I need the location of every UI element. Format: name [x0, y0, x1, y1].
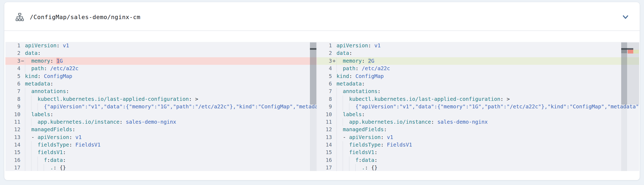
code-token: {"apiVersion":"v1","data":{"memory":"1G"… — [355, 104, 639, 110]
code-content[interactable]: metadata: — [25, 80, 317, 88]
code-content[interactable]: app.kubernetes.io/instance: sales-demo-n… — [336, 118, 639, 126]
code-content[interactable]: apiVersion: v1 — [336, 42, 639, 49]
modified-code-line-14[interactable]: 14 fieldsType: FieldsV1 — [317, 141, 639, 149]
code-content[interactable]: fieldsType: FieldsV1 — [25, 141, 317, 149]
resource-header[interactable]: /ConfigMap/sales-demo/nginx-cm — [4, 2, 640, 31]
modified-code-line-2[interactable]: 2data: — [317, 49, 639, 57]
code-token: apiVersion — [38, 134, 69, 140]
code-token: : — [63, 157, 66, 163]
code-content[interactable]: - apiVersion: v1 — [25, 134, 317, 141]
code-token: f — [355, 157, 358, 163]
code-content[interactable]: labels: — [336, 111, 639, 118]
indent-guide — [343, 141, 343, 149]
modified-code-line-1[interactable]: 1apiVersion: v1 — [317, 42, 639, 49]
original-code-line-3[interactable]: 3− memory: 1G — [5, 57, 317, 65]
code-content[interactable]: fieldsType: FieldsV1 — [336, 141, 639, 149]
original-code-line-11[interactable]: 11 app.kubernetes.io/instance: sales-dem… — [5, 118, 317, 126]
line-number: 13 — [317, 134, 332, 141]
code-content[interactable]: f:data: — [25, 156, 317, 164]
original-code-line-6[interactable]: 6metadata: — [5, 80, 317, 88]
code-token: managedFields — [31, 126, 72, 133]
indent-guide — [25, 134, 25, 141]
code-content[interactable]: annotations: — [25, 88, 317, 95]
code-content[interactable]: memory: 2G — [336, 57, 639, 65]
original-code-line-4[interactable]: 4 path: /etc/a22c — [5, 65, 317, 72]
line-sign-spacer — [332, 156, 336, 164]
modified-code-line-7[interactable]: 7 annotations: — [317, 88, 639, 95]
code-content[interactable]: app.kubernetes.io/instance: sales-demo-n… — [25, 118, 317, 126]
line-sign-spacer — [332, 111, 336, 118]
original-code-line-14[interactable]: 14 fieldsType: FieldsV1 — [5, 141, 317, 149]
original-code-line-15[interactable]: 15 fieldsV1: — [5, 149, 317, 156]
modified-scrollbar — [621, 42, 627, 171]
original-code-line-7[interactable]: 7 annotations: — [5, 88, 317, 95]
code-content[interactable]: kind: ConfigMap — [336, 73, 639, 80]
original-scrollbar — [310, 42, 316, 171]
modified-code-line-10[interactable]: 10 labels: — [317, 111, 639, 118]
code-content[interactable]: fieldsV1: — [25, 149, 317, 156]
code-content[interactable]: data: — [25, 49, 317, 57]
indent-guide — [336, 57, 337, 65]
original-code-line-13[interactable]: 13 - apiVersion: v1 — [5, 134, 317, 141]
original-code-line-9[interactable]: 9 {"apiVersion":"v1","data":{"memory":"1… — [5, 103, 317, 111]
original-code-line-16[interactable]: 16 f:data: — [5, 156, 317, 164]
code-content[interactable]: - apiVersion: v1 — [336, 134, 639, 141]
original-code-line-5[interactable]: 5kind: ConfigMap — [5, 73, 317, 80]
modified-code-line-17[interactable]: 17 .: {} — [317, 164, 639, 171]
code-content[interactable]: labels: — [25, 111, 317, 118]
modified-code-line-9[interactable]: 9 {"apiVersion":"v1","data":{"memory":"1… — [317, 103, 639, 111]
modified-editor-pane[interactable]: 1apiVersion: v12data:3+ memory: 2G4 path… — [317, 42, 639, 171]
indent-guide — [31, 118, 31, 126]
code-content[interactable]: kind: ConfigMap — [25, 73, 317, 80]
line-sign-spacer — [332, 80, 336, 88]
line-number: 9 — [5, 103, 20, 111]
code-content[interactable]: managedFields: — [336, 126, 639, 133]
modified-code-line-4[interactable]: 4 path: /etc/a22c — [317, 65, 639, 72]
modified-code-line-3[interactable]: 3+ memory: 2G — [317, 57, 639, 65]
code-token: fieldsV1 — [349, 149, 374, 155]
code-content[interactable]: metadata: — [336, 80, 639, 88]
line-sign-spacer — [20, 149, 25, 156]
code-content[interactable]: data: — [336, 49, 639, 57]
original-code-line-1[interactable]: 1apiVersion: v1 — [5, 42, 317, 49]
original-code-line-8[interactable]: 8 kubectl.kubernetes.io/last-applied-con… — [5, 95, 317, 103]
code-content[interactable]: managedFields: — [25, 126, 317, 133]
code-content[interactable]: {"apiVersion":"v1","data":{"memory":"1G"… — [25, 103, 317, 111]
chevron-down-icon — [621, 14, 630, 20]
code-content[interactable]: kubectl.kubernetes.io/last-applied-confi… — [336, 95, 639, 103]
modified-code-line-12[interactable]: 12 managedFields: — [317, 126, 639, 133]
modified-code-line-15[interactable]: 15 fieldsV1: — [317, 149, 639, 156]
indent-guide — [31, 141, 31, 149]
original-scrollbar-thumb[interactable] — [310, 42, 316, 105]
code-content[interactable]: memory: 1G — [25, 57, 317, 65]
modified-code-line-5[interactable]: 5kind: ConfigMap — [317, 73, 639, 80]
original-editor-pane[interactable]: 1apiVersion: v12data:3− memory: 1G4 path… — [5, 42, 317, 171]
code-content[interactable]: fieldsV1: — [336, 149, 639, 156]
indent-guide — [343, 118, 343, 126]
code-content[interactable]: path: /etc/a22c — [336, 65, 639, 72]
indent-guide — [355, 164, 356, 171]
original-code-line-12[interactable]: 12 managedFields: — [5, 126, 317, 133]
original-code-line-17[interactable]: 17 .: {} — [5, 164, 317, 171]
code-content[interactable]: kubectl.kubernetes.io/last-applied-confi… — [25, 95, 317, 103]
code-content[interactable]: apiVersion: v1 — [25, 42, 317, 49]
modified-code-line-16[interactable]: 16 f:data: — [317, 156, 639, 164]
code-content[interactable]: f:data: — [336, 156, 639, 164]
code-content[interactable]: path: /etc/a22c — [25, 65, 317, 72]
code-content[interactable]: {"apiVersion":"v1","data":{"memory":"1G"… — [336, 103, 639, 111]
modified-code-line-6[interactable]: 6metadata: — [317, 80, 639, 88]
code-content[interactable]: .: {} — [25, 164, 317, 171]
code-content[interactable]: .: {} — [336, 164, 639, 171]
code-token: : — [500, 96, 507, 102]
line-sign-spacer — [20, 118, 25, 126]
code-content[interactable]: annotations: — [336, 88, 639, 95]
original-code-line-2[interactable]: 2data: — [5, 49, 317, 57]
code-token: . — [362, 165, 365, 171]
original-code-line-10[interactable]: 10 labels: — [5, 111, 317, 118]
modified-code-line-13[interactable]: 13 - apiVersion: v1 — [317, 134, 639, 141]
modified-code-line-11[interactable]: 11 app.kubernetes.io/instance: sales-dem… — [317, 118, 639, 126]
line-sign-spacer — [20, 42, 25, 49]
modified-code-line-8[interactable]: 8 kubectl.kubernetes.io/last-applied-con… — [317, 95, 639, 103]
code-token: metadata — [336, 81, 362, 87]
collapse-button[interactable] — [621, 14, 630, 21]
